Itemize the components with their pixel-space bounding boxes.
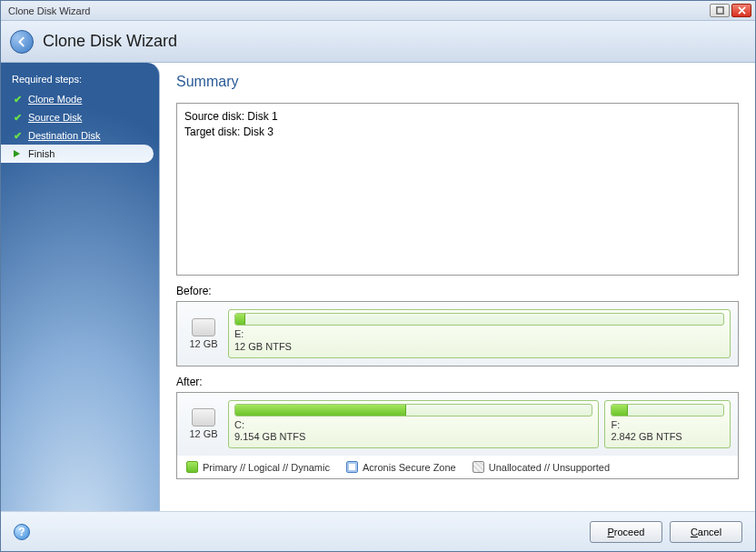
legend-primary: Primary // Logical // Dynamic bbox=[186, 461, 330, 473]
sidebar-step-finish[interactable]: Finish bbox=[1, 145, 154, 163]
target-disk-line: Target disk: Disk 3 bbox=[184, 125, 731, 140]
partition-bar bbox=[611, 404, 724, 417]
before-label: Before: bbox=[176, 285, 739, 297]
legend-swatch-green bbox=[186, 461, 198, 473]
main-panel: Summary Source disk: Disk 1 Target disk:… bbox=[160, 63, 755, 511]
partition-c[interactable]: C: 9.154 GB NTFS bbox=[228, 400, 599, 449]
partition-bar bbox=[234, 404, 592, 417]
help-icon[interactable]: ? bbox=[14, 524, 30, 540]
proceed-button[interactable]: Proceed bbox=[590, 521, 662, 543]
partition-bar-fill bbox=[235, 314, 245, 325]
header: Clone Disk Wizard bbox=[1, 21, 755, 63]
window-title: Clone Disk Wizard bbox=[5, 5, 710, 16]
header-title: Clone Disk Wizard bbox=[43, 32, 177, 51]
check-icon: ✔ bbox=[12, 112, 23, 123]
partition-label: E: 12 GB NTFS bbox=[234, 328, 724, 354]
step-label: Finish bbox=[28, 148, 55, 159]
partition-bar-fill bbox=[612, 405, 627, 416]
step-label[interactable]: Destination Disk bbox=[28, 130, 100, 141]
proceed-label: roceed bbox=[614, 527, 645, 537]
step-label[interactable]: Source Disk bbox=[28, 112, 82, 123]
source-disk-line: Source disk: Disk 1 bbox=[184, 109, 731, 125]
legend: Primary // Logical // Dynamic Acronis Se… bbox=[176, 456, 739, 479]
body: Required steps: ✔ Clone Mode ✔ Source Di… bbox=[1, 63, 755, 511]
partition-container: E: 12 GB NTFS bbox=[228, 309, 731, 358]
sidebar-heading: Required steps: bbox=[1, 72, 159, 90]
window-controls bbox=[710, 4, 751, 17]
arrow-right-icon bbox=[12, 148, 23, 159]
titlebar: Clone Disk Wizard bbox=[1, 1, 755, 21]
wizard-window: Clone Disk Wizard Clone Disk Wizard Requ… bbox=[0, 0, 756, 552]
partition-label: C: 9.154 GB NTFS bbox=[234, 419, 592, 445]
page-title: Summary bbox=[176, 74, 739, 90]
disk-icon bbox=[192, 318, 215, 336]
legend-secure-zone: Acronis Secure Zone bbox=[346, 461, 456, 473]
disk-row: 12 GB E: 12 GB NTFS bbox=[184, 309, 731, 358]
maximize-button[interactable] bbox=[710, 4, 730, 17]
sidebar-separator bbox=[1, 163, 154, 172]
svg-rect-0 bbox=[716, 7, 722, 14]
disk-icon-block: 12 GB bbox=[184, 400, 223, 449]
legend-swatch-gray bbox=[472, 461, 484, 473]
footer: ? Proceed Cancel bbox=[1, 511, 755, 551]
check-icon: ✔ bbox=[12, 130, 23, 141]
step-label[interactable]: Clone Mode bbox=[28, 94, 82, 105]
sidebar-step-clone-mode[interactable]: ✔ Clone Mode bbox=[1, 90, 159, 108]
sidebar: Required steps: ✔ Clone Mode ✔ Source Di… bbox=[1, 63, 160, 511]
disk-icon-block: 12 GB bbox=[184, 309, 223, 358]
cancel-label: ancel bbox=[698, 527, 721, 537]
before-disk-frame: 12 GB E: 12 GB NTFS bbox=[176, 301, 739, 366]
close-button[interactable] bbox=[731, 4, 751, 17]
back-button[interactable] bbox=[10, 30, 34, 54]
partition-label: F: 2.842 GB NTFS bbox=[611, 419, 724, 445]
partition-bar bbox=[234, 313, 724, 326]
sidebar-step-destination-disk[interactable]: ✔ Destination Disk bbox=[1, 126, 159, 145]
disk-size: 12 GB bbox=[189, 428, 217, 439]
disk-size: 12 GB bbox=[189, 338, 217, 349]
sidebar-step-source-disk[interactable]: ✔ Source Disk bbox=[1, 108, 159, 126]
partition-bar-fill bbox=[235, 405, 406, 416]
disk-icon bbox=[192, 408, 215, 427]
check-icon: ✔ bbox=[12, 94, 23, 105]
legend-unallocated: Unallocated // Unsupported bbox=[472, 461, 610, 473]
partition-f[interactable]: F: 2.842 GB NTFS bbox=[604, 400, 731, 449]
summary-textbox: Source disk: Disk 1 Target disk: Disk 3 bbox=[176, 103, 739, 276]
partition-e[interactable]: E: 12 GB NTFS bbox=[228, 309, 731, 358]
after-disk-frame: 12 GB C: 9.154 GB NTFS bbox=[176, 392, 739, 457]
disk-row: 12 GB C: 9.154 GB NTFS bbox=[184, 400, 731, 449]
legend-swatch-blue bbox=[346, 461, 358, 473]
cancel-button[interactable]: Cancel bbox=[670, 521, 742, 543]
after-label: After: bbox=[176, 376, 739, 388]
partition-container: C: 9.154 GB NTFS F: 2.842 GB NTFS bbox=[228, 400, 731, 449]
